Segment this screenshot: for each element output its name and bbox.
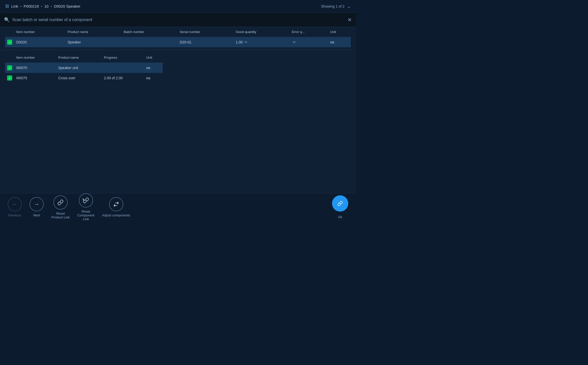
table2-row-0[interactable]: ✓ M0070 Speaker unit ea	[5, 63, 163, 73]
col2-checkbox	[5, 53, 14, 63]
reset-component-link-button[interactable]: ResetComponentLink	[77, 193, 94, 221]
row2-0-product-name: Speaker unit	[56, 63, 102, 73]
checkbox-checked: ✓	[7, 40, 12, 45]
col-good-quantity: Good quantity	[234, 27, 290, 37]
separator-2: •	[41, 4, 42, 8]
reset-component-link-circle	[79, 193, 93, 208]
table2-wrapper: Item number Product name Progress Unit ✓…	[0, 50, 356, 83]
header-right: Showing 1 of 2 ⌄	[321, 4, 351, 9]
reset-component-link-label: ResetComponentLink	[77, 210, 94, 221]
content-area: Item number Product name Batch number Se…	[0, 27, 356, 193]
next-button[interactable]: → Next	[29, 197, 44, 217]
adjust-components-circle	[109, 197, 123, 211]
row0-error-quantity: ✏	[290, 37, 328, 47]
row2-0-item-number: M0070	[14, 63, 56, 73]
ok-label: Ok	[338, 215, 342, 219]
col-item-number: Item number	[14, 27, 66, 37]
error-qty-edit-icon[interactable]: ✏	[293, 40, 296, 44]
breadcrumb: ⛓ Link • P000218 • 10 • D0020 Speaker	[5, 4, 80, 9]
col2-product-name: Product name	[56, 53, 102, 63]
row2-1-checkbox: ✓	[5, 73, 14, 83]
row0-serial-number: D20-01	[178, 37, 234, 47]
row2-1-progress: 2.00 of 2.00	[102, 73, 144, 83]
next-label: Next	[33, 213, 40, 217]
row0-item-number: D0020	[14, 37, 66, 47]
nav-buttons-left: ← Previous → Next ResetProduct Link	[8, 193, 130, 221]
col-serial-number: Serial number	[178, 27, 234, 37]
search-icon: 🔍	[4, 17, 10, 23]
ok-button[interactable]: Ok	[332, 195, 348, 219]
col-checkbox	[5, 27, 14, 37]
search-bar: 🔍 ✕	[0, 13, 356, 27]
table1-header-row: Item number Product name Batch number Se…	[5, 27, 351, 37]
breadcrumb-p000218: P000218	[24, 4, 39, 8]
row2-1-product-name: Cross over	[56, 73, 102, 83]
chevron-down-icon[interactable]: ⌄	[347, 4, 351, 9]
adjust-components-button[interactable]: Adjust components	[102, 197, 130, 217]
col2-progress: Progress	[102, 53, 144, 63]
row2-0-progress	[102, 63, 144, 73]
previous-button[interactable]: ← Previous	[8, 197, 22, 217]
breadcrumb-10: 10	[44, 4, 49, 8]
table2: Item number Product name Progress Unit ✓…	[5, 53, 163, 83]
previous-label: Previous	[8, 213, 21, 217]
row0-good-quantity: 1.00 ✏	[234, 37, 290, 47]
bottom-nav: ← Previous → Next ResetProduct Link	[0, 193, 356, 221]
row0-checkbox: ✓	[5, 37, 14, 47]
row0-product-name: Speaker	[66, 37, 122, 47]
col2-unit: Unit	[144, 53, 163, 63]
close-icon[interactable]: ✕	[348, 17, 352, 23]
reset-product-link-circle	[53, 195, 68, 210]
table2-header-row: Item number Product name Progress Unit	[5, 53, 163, 63]
breadcrumb-link: Link	[11, 4, 18, 8]
header: ⛓ Link • P000218 • 10 • D0020 Speaker Sh…	[0, 0, 356, 13]
showing-text: Showing 1 of 2	[321, 4, 344, 8]
breadcrumb-d0020: D0020 Speaker	[54, 4, 80, 8]
table1: Item number Product name Batch number Se…	[5, 27, 351, 47]
table1-wrapper: Item number Product name Batch number Se…	[0, 27, 356, 50]
reset-product-link-button[interactable]: ResetProduct Link	[51, 195, 70, 219]
checkbox-checked-0: ✓	[7, 65, 12, 70]
col-batch-number: Batch number	[122, 27, 178, 37]
col-error-quantity: Error q...	[290, 27, 328, 37]
row2-0-unit: ea	[144, 63, 163, 73]
separator-1: •	[20, 4, 22, 8]
good-qty-edit-icon[interactable]: ✏	[245, 40, 248, 44]
next-circle: →	[29, 197, 44, 211]
ok-circle	[332, 195, 348, 212]
previous-circle: ←	[8, 197, 22, 211]
adjust-components-label: Adjust components	[102, 213, 130, 217]
col-product-name: Product name	[66, 27, 122, 37]
table2-row-1[interactable]: ✓ M0075 Cross over 2.00 of 2.00 ea	[5, 73, 163, 83]
separator-3: •	[51, 4, 52, 8]
link-icon: ⛓	[5, 4, 9, 9]
reset-product-link-label: ResetProduct Link	[51, 212, 70, 219]
search-input[interactable]	[12, 18, 348, 22]
row0-batch-number	[122, 37, 178, 47]
col-unit: Unit	[328, 27, 351, 37]
row0-unit: ea	[328, 37, 351, 47]
row2-0-checkbox: ✓	[5, 63, 14, 73]
col2-item-number: Item number	[14, 53, 56, 63]
row2-1-unit: ea	[144, 73, 163, 83]
checkbox-checked-1: ✓	[7, 75, 12, 81]
table1-row-0[interactable]: ✓ D0020 Speaker D20-01 1.00 ✏ ✏ ea	[5, 37, 351, 47]
row2-1-item-number: M0075	[14, 73, 56, 83]
